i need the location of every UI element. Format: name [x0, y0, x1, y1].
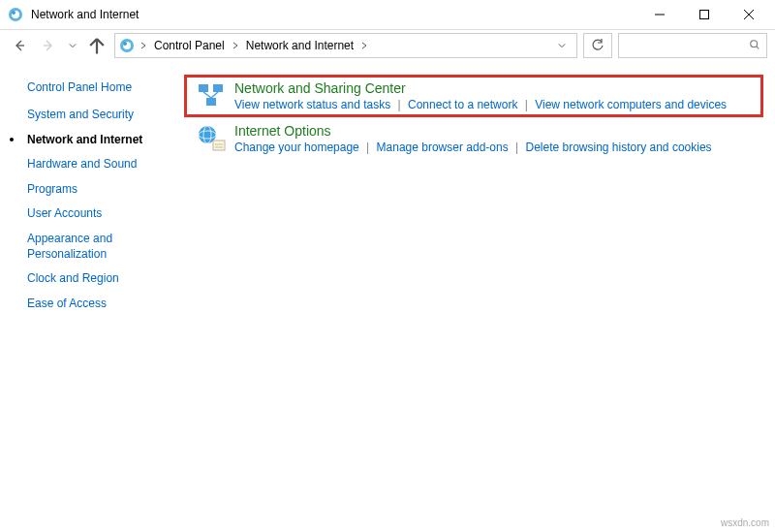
svg-point-12: [751, 40, 758, 47]
link-delete-browsing-history[interactable]: Delete browsing history and cookies: [525, 141, 711, 154]
sidebar: Control Panel Home System and Security N…: [0, 71, 184, 321]
svg-line-18: [211, 92, 218, 98]
svg-point-2: [12, 11, 16, 15]
section-title-network-and-sharing-center[interactable]: Network and Sharing Center: [234, 80, 756, 96]
svg-point-11: [123, 42, 127, 46]
svg-rect-22: [213, 141, 225, 150]
chevron-right-icon[interactable]: [139, 42, 148, 49]
chevron-right-icon[interactable]: [231, 42, 240, 49]
separator: |: [398, 98, 401, 111]
sidebar-item-user-accounts[interactable]: User Accounts: [27, 206, 184, 222]
section-internet-options: Internet Options Change your homepage | …: [184, 117, 763, 160]
up-button[interactable]: [85, 34, 108, 57]
control-panel-home-link[interactable]: Control Panel Home: [27, 80, 184, 94]
forward-button[interactable]: [37, 34, 60, 57]
link-view-network-computers[interactable]: View network computers and devices: [535, 98, 727, 111]
link-view-network-status[interactable]: View network status and tasks: [234, 98, 390, 111]
client-area: Control Panel Home System and Security N…: [0, 61, 775, 321]
content-area: Network and Sharing Center View network …: [184, 71, 775, 321]
sidebar-item-network-and-internet[interactable]: Network and Internet: [27, 133, 184, 148]
svg-line-13: [757, 46, 760, 48]
minimize-button[interactable]: [637, 0, 682, 29]
sidebar-item-appearance-and-personalization[interactable]: Appearance and Personalization: [27, 232, 184, 262]
separator: |: [525, 98, 528, 111]
sidebar-item-ease-of-access[interactable]: Ease of Access: [27, 297, 184, 312]
section-network-and-sharing-center: Network and Sharing Center View network …: [184, 75, 763, 117]
folder-icon: [119, 38, 135, 53]
title-bar: Network and Internet: [0, 0, 775, 30]
link-connect-to-network[interactable]: Connect to a network: [408, 98, 517, 111]
sidebar-item-clock-and-region[interactable]: Clock and Region: [27, 271, 184, 287]
sidebar-item-system-and-security[interactable]: System and Security: [27, 108, 184, 123]
svg-line-17: [203, 92, 211, 98]
control-panel-icon: [8, 7, 23, 22]
caption-buttons: [637, 0, 771, 29]
sidebar-item-hardware-and-sound[interactable]: Hardware and Sound: [27, 157, 184, 172]
search-icon: [749, 39, 760, 53]
svg-rect-14: [199, 84, 208, 92]
address-history-button[interactable]: [551, 42, 573, 49]
window-title: Network and Internet: [31, 8, 139, 21]
separator: |: [515, 141, 518, 154]
svg-rect-16: [206, 98, 216, 106]
breadcrumb-control-panel[interactable]: Control Panel: [152, 39, 227, 52]
close-button[interactable]: [727, 0, 771, 29]
sidebar-item-programs[interactable]: Programs: [27, 182, 184, 198]
address-bar[interactable]: Control Panel Network and Internet: [114, 33, 577, 58]
maximize-button[interactable]: [682, 0, 727, 29]
watermark: wsxdn.com: [721, 517, 769, 528]
svg-rect-15: [213, 84, 223, 92]
navigation-bar: Control Panel Network and Internet: [0, 30, 775, 61]
svg-rect-4: [700, 11, 709, 19]
section-title-internet-options[interactable]: Internet Options: [234, 123, 756, 139]
refresh-button[interactable]: [583, 33, 612, 58]
network-sharing-icon: [196, 80, 227, 111]
chevron-right-icon[interactable]: [359, 42, 369, 49]
window: Network and Internet: [0, 0, 775, 532]
link-change-homepage[interactable]: Change your homepage: [234, 141, 359, 154]
search-input[interactable]: [618, 33, 767, 58]
recent-locations-button[interactable]: [66, 42, 79, 49]
separator: |: [366, 141, 369, 154]
link-manage-addons[interactable]: Manage browser add-ons: [377, 141, 509, 154]
internet-options-icon: [196, 123, 227, 154]
back-button[interactable]: [8, 34, 31, 57]
breadcrumb-network-and-internet[interactable]: Network and Internet: [244, 39, 356, 52]
